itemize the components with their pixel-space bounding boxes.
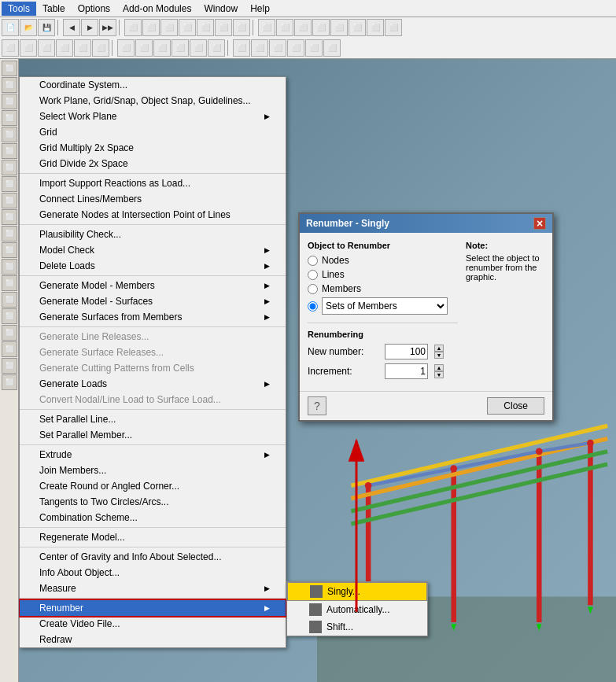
radio-sets-of-members[interactable]: Sets of Members — [308, 297, 458, 315]
tb-8[interactable]: ⬜ — [258, 19, 275, 36]
sb-icon-18[interactable]: ⬜ — [2, 341, 17, 357]
tb2-6[interactable]: ⬜ — [92, 39, 109, 57]
tb-open[interactable]: 📂 — [20, 19, 37, 36]
sb-icon-1[interactable]: ⬜ — [2, 61, 17, 76]
sb-icon-17[interactable]: ⬜ — [2, 325, 17, 341]
menu-window[interactable]: Window — [197, 2, 244, 16]
tb-back[interactable]: ◀ — [63, 19, 80, 36]
tb2-3[interactable]: ⬜ — [38, 39, 55, 57]
sb-icon-12[interactable]: ⬜ — [2, 242, 17, 258]
close-button[interactable]: Close — [487, 397, 544, 415]
menu-help[interactable]: Help — [244, 2, 276, 16]
menu-item-import[interactable]: Import Support Reactions as Load... — [20, 175, 286, 191]
tb-9[interactable]: ⬜ — [276, 19, 293, 36]
tb-10[interactable]: ⬜ — [294, 19, 312, 36]
menu-item-delete-loads[interactable]: Delete Loads — [20, 258, 286, 274]
radio-members[interactable]: Members — [308, 283, 458, 294]
menu-addon[interactable]: Add-on Modules — [116, 2, 197, 16]
menu-item-cog[interactable]: Center of Gravity and Info About Selecte… — [20, 549, 286, 565]
new-number-input[interactable] — [385, 344, 428, 359]
sets-dropdown[interactable]: Sets of Members — [322, 297, 448, 315]
tb2-17[interactable]: ⬜ — [305, 39, 323, 57]
increment-up[interactable]: ▲ — [434, 364, 444, 371]
menu-item-select-workplane[interactable]: Select Work Plane — [20, 109, 286, 124]
tb-1[interactable]: ⬜ — [124, 19, 142, 36]
tb2-16[interactable]: ⬜ — [287, 39, 304, 57]
submenu-shift[interactable]: Shift... — [287, 618, 427, 636]
menu-item-grid-div[interactable]: Grid Divide 2x Space — [20, 156, 286, 171]
tb-15[interactable]: ⬜ — [385, 19, 402, 36]
submenu-automatically[interactable]: Automatically... — [287, 601, 427, 618]
sb-icon-10[interactable]: ⬜ — [2, 209, 17, 225]
menu-item-gen-loads[interactable]: Generate Loads — [20, 376, 286, 392]
sb-icon-6[interactable]: ⬜ — [2, 143, 17, 159]
tb-run[interactable]: ▶▶ — [99, 19, 116, 36]
increment-down[interactable]: ▼ — [434, 371, 444, 378]
menu-item-set-parallel-line[interactable]: Set Parallel Line... — [20, 411, 286, 427]
menu-item-grid-mult[interactable]: Grid Multiply 2x Space — [20, 140, 286, 156]
menu-item-combination[interactable]: Combination Scheme... — [20, 510, 286, 525]
tb2-2[interactable]: ⬜ — [20, 39, 37, 57]
tb-save[interactable]: 💾 — [38, 19, 55, 36]
menu-options[interactable]: Options — [72, 2, 116, 16]
sb-icon-3[interactable]: ⬜ — [2, 94, 17, 109]
menu-item-set-parallel-member[interactable]: Set Parallel Member... — [20, 427, 286, 443]
tb2-4[interactable]: ⬜ — [56, 39, 73, 57]
tb2-7[interactable]: ⬜ — [117, 39, 135, 57]
tb-new[interactable]: 📄 — [2, 19, 19, 36]
sb-icon-4[interactable]: ⬜ — [2, 110, 17, 126]
menu-item-tangent[interactable]: Tangents to Two Circles/Arcs... — [20, 494, 286, 510]
sb-icon-11[interactable]: ⬜ — [2, 226, 17, 241]
menu-item-workplane[interactable]: Work Plane, Grid/Snap, Object Snap, Guid… — [20, 93, 286, 109]
menu-item-gen-members[interactable]: Generate Model - Members — [20, 278, 286, 293]
menu-item-measure[interactable]: Measure — [20, 581, 286, 596]
tb-fwd[interactable]: ▶ — [81, 19, 98, 36]
menu-item-renumber[interactable]: Renumber — [20, 600, 286, 616]
tb2-14[interactable]: ⬜ — [251, 39, 268, 57]
sb-icon-8[interactable]: ⬜ — [2, 176, 17, 192]
menu-item-generate-nodes[interactable]: Generate Nodes at Intersection Point of … — [20, 207, 286, 223]
menu-item-connect[interactable]: Connect Lines/Members — [20, 191, 286, 207]
sb-icon-5[interactable]: ⬜ — [2, 127, 17, 142]
new-number-up[interactable]: ▲ — [434, 345, 444, 352]
sb-icon-16[interactable]: ⬜ — [2, 308, 17, 324]
sb-icon-2[interactable]: ⬜ — [2, 77, 17, 93]
sb-icon-20[interactable]: ⬜ — [2, 374, 17, 390]
radio-lines[interactable]: Lines — [308, 269, 458, 280]
menu-item-video[interactable]: Create Video File... — [20, 616, 286, 632]
menu-item-info-obj[interactable]: Info About Object... — [20, 565, 286, 581]
tb2-8[interactable]: ⬜ — [135, 39, 153, 57]
menu-item-extrude[interactable]: Extrude — [20, 447, 286, 463]
menu-item-coordinate[interactable]: Coordinate System... — [20, 77, 286, 93]
tb2-1[interactable]: ⬜ — [2, 39, 19, 57]
tb2-11[interactable]: ⬜ — [190, 39, 207, 57]
dialog-close-x[interactable]: × — [533, 217, 546, 230]
tb2-15[interactable]: ⬜ — [269, 39, 286, 57]
menu-item-round-corner[interactable]: Create Round or Angled Corner... — [20, 478, 286, 494]
tb-2[interactable]: ⬜ — [142, 19, 160, 36]
tb2-13[interactable]: ⬜ — [233, 39, 250, 57]
menu-item-regenerate[interactable]: Regenerate Model... — [20, 529, 286, 545]
menu-table[interactable]: Table — [36, 2, 72, 16]
menu-item-redraw[interactable]: Redraw — [20, 632, 286, 647]
help-button[interactable]: ? — [308, 396, 326, 415]
tb2-12[interactable]: ⬜ — [208, 39, 225, 57]
menu-item-grid[interactable]: Grid — [20, 124, 286, 140]
tb2-10[interactable]: ⬜ — [172, 39, 189, 57]
sb-icon-9[interactable]: ⬜ — [2, 193, 17, 208]
tb-3[interactable]: ⬜ — [160, 19, 178, 36]
menu-item-model-check[interactable]: Model Check — [20, 242, 286, 258]
sb-icon-14[interactable]: ⬜ — [2, 275, 17, 291]
menu-tools[interactable]: Tools — [2, 2, 36, 16]
tb-14[interactable]: ⬜ — [367, 19, 384, 36]
tb-7[interactable]: ⬜ — [233, 19, 250, 36]
tb-5[interactable]: ⬜ — [197, 19, 214, 36]
sb-icon-7[interactable]: ⬜ — [2, 160, 17, 175]
tb-12[interactable]: ⬜ — [330, 19, 348, 36]
sb-icon-13[interactable]: ⬜ — [2, 259, 17, 275]
menu-item-gen-surf-from[interactable]: Generate Surfaces from Members — [20, 309, 286, 325]
new-number-down[interactable]: ▼ — [434, 352, 444, 359]
tb-13[interactable]: ⬜ — [349, 19, 366, 36]
submenu-singly[interactable]: Singly... — [287, 582, 427, 601]
tb-4[interactable]: ⬜ — [179, 19, 196, 36]
